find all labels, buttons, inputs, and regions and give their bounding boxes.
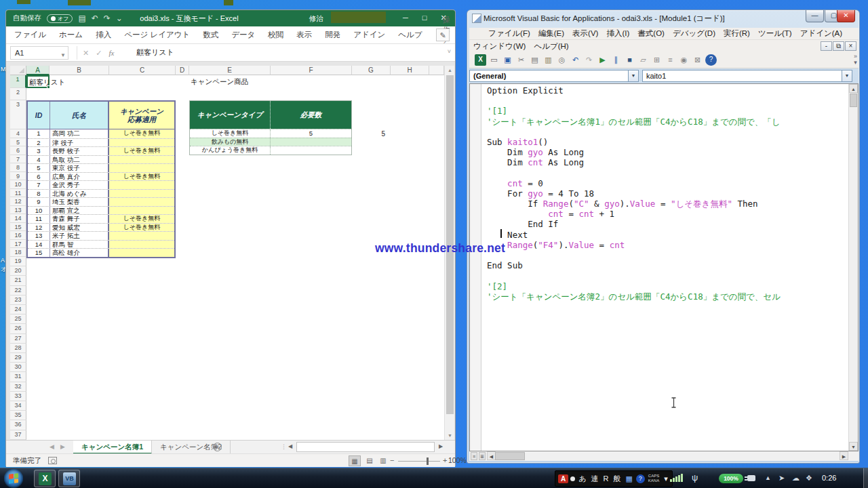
code-line[interactable]	[487, 270, 850, 281]
cell-name[interactable]: 東京 役子	[50, 164, 109, 172]
ribbon-tab-6[interactable]: データ	[231, 30, 255, 40]
row-header-11[interactable]: 11	[10, 189, 26, 198]
cell-campaign[interactable]	[109, 249, 174, 257]
row-header-36[interactable]: 36	[10, 420, 26, 430]
tray-cloud-icon[interactable]: ☁	[792, 474, 800, 483]
formula-content[interactable]: 顧客リスト	[136, 47, 174, 58]
vba-help-icon[interactable]: ?	[705, 54, 717, 66]
row-header-27[interactable]: 27	[10, 334, 26, 344]
tray-pointer-icon[interactable]: ➤	[778, 474, 785, 483]
chevron-down-icon[interactable]: ▼	[628, 70, 638, 81]
vba-design-mode-icon[interactable]: ▱	[637, 54, 649, 66]
code-horizontal-scrollbar[interactable]: ≡ ≣ ◀ ▶	[469, 451, 859, 461]
row-header-1[interactable]: 1	[10, 75, 26, 88]
cell-required-count[interactable]	[271, 146, 351, 155]
ribbon-tab-7[interactable]: 校閲	[268, 30, 283, 40]
cell-id[interactable]: 3	[28, 147, 50, 155]
code-vertical-scrollbar[interactable]: ▲ ▼	[848, 84, 858, 451]
sheet-nav-right-icon[interactable]: ▶	[60, 443, 65, 450]
hscroll-left-icon[interactable]: ◀	[288, 443, 292, 449]
row-header-21[interactable]: 21	[10, 276, 26, 285]
ribbon-tab-8[interactable]: 表示	[296, 30, 312, 40]
header-name[interactable]: 氏名	[50, 102, 109, 129]
ribbon-tab-4[interactable]: ページ レイアウト	[124, 30, 190, 40]
taskbar-item-excel[interactable]: X	[34, 470, 56, 487]
procedure-combo[interactable]: kaito1 ▼	[642, 70, 852, 82]
scrollbar-thumb[interactable]	[495, 452, 525, 460]
cell-campaign[interactable]: しそ巻き無料	[109, 224, 174, 232]
menu-item-7[interactable]: 実行(R)	[724, 28, 750, 39]
cell-id[interactable]: 6	[28, 173, 50, 181]
vba-properties-icon[interactable]: ≡	[665, 54, 676, 66]
minimize-button[interactable]: ─	[397, 10, 414, 26]
feedback-icon[interactable]: ✎	[436, 28, 450, 41]
cell-name[interactable]: 鳥取 功二	[50, 156, 109, 164]
row-header-28[interactable]: 28	[10, 344, 26, 353]
cell-campaign[interactable]: しそ巻き無料	[109, 215, 174, 223]
code-line[interactable]: Dim cnt As Long	[487, 157, 850, 167]
enter-icon[interactable]: ✓	[96, 49, 102, 58]
fill-handle[interactable]	[47, 85, 50, 89]
maximize-button[interactable]: □	[416, 10, 433, 26]
undo-icon[interactable]: ↶	[92, 14, 98, 23]
code-line[interactable]	[487, 127, 850, 137]
row-header-12[interactable]: 12	[10, 197, 26, 206]
code-line[interactable]: Dim gyo As Long	[487, 147, 850, 157]
redo-icon[interactable]: ↷	[104, 14, 111, 23]
scroll-down-icon[interactable]: ▼	[849, 442, 858, 451]
ime-pad-icon[interactable]: ▦	[624, 474, 633, 484]
column-header-G[interactable]: G	[352, 66, 391, 75]
code-line[interactable]: If Range("C" & gyo).Value = "しそ巻き無料" The…	[487, 199, 850, 209]
column-header-B[interactable]: B	[50, 66, 109, 75]
column-header-H[interactable]: H	[391, 66, 429, 75]
code-line[interactable]	[487, 96, 850, 106]
tray-sync-icon[interactable]: ❖	[806, 474, 812, 483]
cell-id[interactable]: 9	[28, 198, 50, 206]
vba-redo-icon[interactable]: ↷	[583, 54, 595, 66]
header-required-count[interactable]: 必要数	[271, 101, 351, 129]
cell-campaign[interactable]: しそ巻き無料	[109, 129, 174, 138]
vba-undo-icon[interactable]: ↶	[570, 54, 581, 66]
code-line[interactable]	[487, 168, 850, 178]
scrollbar-thumb[interactable]	[850, 94, 857, 107]
battery-indicator[interactable]: 100%	[719, 474, 743, 483]
scroll-up-icon[interactable]: ▲	[445, 66, 455, 75]
ime-mode-1[interactable]: あ	[577, 473, 587, 485]
ribbon-tab-11[interactable]: ヘルプ	[398, 30, 422, 40]
vba-project-explorer-icon[interactable]: ⊞	[651, 54, 663, 66]
ime-mode-4[interactable]: 般	[612, 473, 622, 485]
header-campaign[interactable]: キャンペーン 応募適用	[109, 102, 174, 129]
vba-reset-icon[interactable]: ■	[624, 54, 635, 66]
cell-campaign[interactable]	[109, 232, 174, 240]
cell-campaign[interactable]	[109, 139, 174, 147]
ime-mode-3[interactable]: R	[602, 474, 610, 483]
row-header-6[interactable]: 6	[10, 146, 26, 155]
cell-g4-value[interactable]: 5	[352, 130, 388, 138]
cell-name[interactable]: 那覇 宜之	[50, 207, 109, 215]
cell-id[interactable]: 13	[28, 232, 50, 240]
code-line[interactable]: 'シート「キャンペーン名簿2」のセル範囲「C4からC18」までの間で、セル	[487, 291, 850, 302]
minimize-button[interactable]: —	[806, 10, 824, 22]
cell-name[interactable]: 長野 牧子	[50, 147, 109, 155]
row-header-16[interactable]: 16	[10, 231, 26, 240]
row-header-8[interactable]: 8	[10, 163, 26, 172]
ribbon-tab-10[interactable]: アドイン	[353, 30, 385, 40]
taskbar-clock[interactable]: 0:26	[822, 474, 836, 482]
row-header-29[interactable]: 29	[10, 353, 26, 363]
row-header-25[interactable]: 25	[10, 314, 26, 324]
add-sheet-icon[interactable]: +	[213, 443, 222, 451]
mdi-minimize-icon[interactable]: -	[821, 41, 832, 51]
object-combo[interactable]: (General) ▼	[469, 70, 639, 82]
scroll-up-icon[interactable]: ▲	[849, 84, 858, 93]
zoom-out-icon[interactable]: −	[390, 456, 394, 464]
toolbar-overflow-icon[interactable]: »▾	[854, 54, 857, 66]
row-header-5[interactable]: 5	[10, 138, 26, 147]
code-line[interactable]: Range("F4").Value = cnt	[487, 240, 850, 250]
cell-campaign[interactable]: しそ巻き無料	[109, 173, 174, 181]
name-box[interactable]: A1▼	[10, 46, 68, 60]
normal-view-icon[interactable]: ▦	[349, 455, 361, 466]
ime-chevron-icon[interactable]: ▾	[663, 474, 669, 484]
cell-e1-label[interactable]: キャンペーン商品	[191, 77, 248, 87]
expand-formula-bar-icon[interactable]: ˅	[448, 48, 451, 55]
mdi-restore-icon[interactable]: ⧉	[833, 41, 844, 51]
